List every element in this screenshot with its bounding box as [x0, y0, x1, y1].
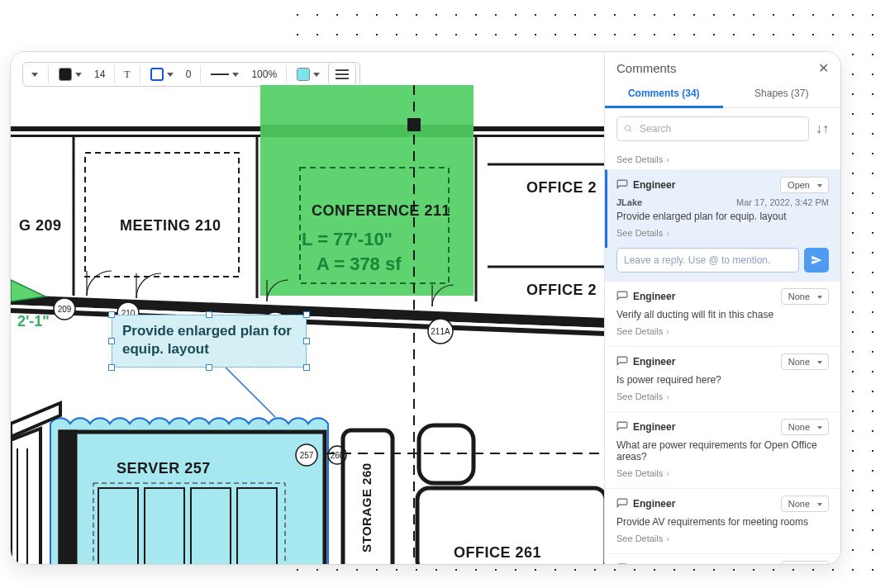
see-details-top[interactable]: See Details: [605, 149, 840, 169]
thread-role: Engineer: [616, 498, 675, 510]
comment-thread[interactable]: EngineerNoneWhat are power requirements …: [605, 411, 840, 488]
app-window: 14 T 0 100% 40%: [10, 51, 841, 565]
status-dropdown[interactable]: None: [781, 353, 829, 370]
text-color-dropdown[interactable]: [55, 66, 85, 83]
svg-rect-37: [60, 432, 75, 565]
svg-text:211A: 211A: [431, 327, 450, 336]
svg-rect-7: [85, 153, 239, 277]
comment-thread[interactable]: EngineerNoneProvide AV requirements for …: [605, 488, 840, 553]
floor-plan[interactable]: 209 210 211B 211A G 209: [11, 85, 606, 565]
stroke-color-dropdown[interactable]: [147, 66, 177, 83]
svg-marker-57: [11, 429, 40, 565]
svg-rect-6: [260, 125, 474, 137]
markup-toolbar: 14 T 0 100% 40%: [22, 62, 360, 87]
resize-handle[interactable]: [303, 338, 310, 344]
comment-icon: [616, 563, 628, 565]
toolbar-separator: [48, 65, 49, 83]
line-style-dropdown[interactable]: [207, 71, 242, 78]
svg-text:OFFICE  2: OFFICE 2: [526, 179, 597, 196]
annotation-callout[interactable]: Provide enlarged plan for equip. layout: [112, 315, 307, 368]
resize-handle[interactable]: [206, 364, 212, 371]
status-dropdown[interactable]: Open: [780, 177, 829, 193]
canvas-menu-button[interactable]: [328, 62, 356, 87]
status-dropdown[interactable]: None: [781, 419, 829, 435]
see-details-link[interactable]: See Details: [616, 226, 829, 239]
comment-thread[interactable]: EngineerNoneVerify all ducting will fit …: [605, 281, 840, 346]
text-tool-button[interactable]: T: [121, 69, 132, 81]
reply-row: [605, 248, 840, 281]
tab-comments[interactable]: Comments (34): [605, 81, 723, 108]
svg-text:G  209: G 209: [19, 217, 62, 234]
status-dropdown[interactable]: None: [781, 561, 829, 565]
svg-text:OFFICE  2: OFFICE 2: [526, 282, 597, 298]
panel-tabs: Comments (34) Shapes (37): [605, 81, 840, 108]
thread-role: Engineer: [616, 563, 675, 565]
comment-icon: [616, 356, 628, 368]
comment-icon: [616, 291, 628, 302]
thread-timestamp: Mar 17, 2022, 3:42 PM: [736, 197, 829, 207]
svg-text:MEETING  210: MEETING 210: [120, 217, 221, 234]
thread-role: Engineer: [616, 179, 675, 191]
scale-value[interactable]: 100%: [249, 69, 279, 80]
resize-handle[interactable]: [108, 364, 115, 371]
svg-text:A = 378 sf: A = 378 sf: [316, 254, 402, 274]
comment-thread[interactable]: EngineerNoneRFI #14See Details: [605, 553, 840, 565]
font-size-value[interactable]: 14: [92, 69, 107, 80]
svg-text:2'-1": 2'-1": [17, 313, 50, 330]
resize-handle[interactable]: [108, 311, 115, 318]
comment-icon: [616, 498, 628, 510]
drawing-canvas[interactable]: 14 T 0 100% 40%: [11, 52, 606, 565]
resize-handle[interactable]: [206, 311, 212, 318]
thread-body: Provide AV requirements for meeting room…: [616, 516, 829, 528]
tab-shapes[interactable]: Shapes (37): [723, 81, 841, 107]
see-details-link[interactable]: See Details: [616, 325, 829, 338]
panel-title: Comments: [616, 61, 677, 75]
thread-body: Is power required here?: [616, 374, 829, 386]
svg-text:257: 257: [300, 451, 314, 460]
thread-role: Engineer: [616, 421, 675, 433]
thread-role: Engineer: [616, 356, 675, 368]
thread-role-label: Engineer: [633, 421, 675, 433]
svg-rect-10: [407, 118, 421, 131]
thread-body: What are power requirements for Open Off…: [616, 439, 829, 462]
reply-input[interactable]: [616, 248, 799, 273]
toolbar-separator: [200, 65, 201, 83]
font-dropdown[interactable]: [28, 71, 41, 78]
status-dropdown[interactable]: None: [781, 288, 829, 305]
fill-color-dropdown[interactable]: [293, 66, 323, 83]
stroke-swatch: [150, 68, 164, 81]
comment-thread[interactable]: EngineerNoneIs power required here?See D…: [605, 346, 840, 411]
thread-role-label: Engineer: [633, 291, 675, 302]
thread-role-label: Engineer: [633, 498, 675, 510]
stroke-width-value[interactable]: 0: [183, 69, 194, 80]
resize-handle[interactable]: [303, 311, 310, 318]
close-panel-button[interactable]: ✕: [818, 60, 829, 76]
svg-text:OFFICE  261: OFFICE 261: [454, 544, 541, 561]
callout-text: Provide enlarged plan for equip. layout: [122, 323, 292, 357]
toolbar-separator: [114, 65, 115, 83]
status-dropdown[interactable]: None: [781, 496, 829, 512]
see-details-link[interactable]: See Details: [616, 390, 829, 403]
fill-swatch: [297, 68, 310, 81]
search-icon: [624, 124, 633, 134]
search-box[interactable]: [616, 116, 809, 141]
comments-panel: Comments ✕ Comments (34) Shapes (37) ↓↑ …: [604, 52, 840, 565]
color-swatch-black: [59, 68, 72, 81]
thread-author: JLake: [616, 197, 642, 207]
toolbar-separator: [140, 65, 140, 83]
svg-text:STORAGE 260: STORAGE 260: [359, 462, 374, 552]
comment-icon: [616, 179, 628, 191]
svg-text:SERVER  257: SERVER 257: [117, 460, 211, 477]
see-details-link[interactable]: See Details: [616, 532, 829, 545]
search-input[interactable]: [638, 122, 802, 135]
resize-handle[interactable]: [108, 338, 115, 344]
comment-thread[interactable]: EngineerOpenJLakeMar 17, 2022, 3:42 PMPr…: [605, 169, 840, 248]
svg-point-61: [625, 126, 630, 130]
send-reply-button[interactable]: [804, 248, 829, 273]
see-details-link[interactable]: See Details: [616, 467, 829, 480]
sort-button[interactable]: ↓↑: [816, 121, 829, 136]
svg-line-62: [630, 130, 632, 132]
resize-handle[interactable]: [303, 364, 310, 371]
send-icon: [811, 254, 822, 266]
svg-text:209: 209: [58, 305, 72, 314]
